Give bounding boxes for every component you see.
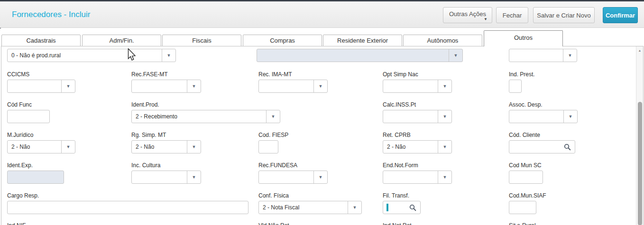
dropdown-arrow-icon[interactable]: ▼	[348, 201, 361, 214]
field-top-right-combo: ▼	[509, 49, 577, 62]
assoc-desp-select[interactable]: ▼	[509, 110, 578, 123]
dropdown-arrow-icon[interactable]: ▼	[438, 110, 451, 123]
disabled-select: ▼	[257, 49, 463, 62]
field-label: Assoc. Desp.	[509, 101, 578, 108]
scrollbar-thumb[interactable]	[638, 102, 642, 225]
tab-fiscais[interactable]: Fiscais	[162, 35, 241, 46]
field-label: M.Jurídico	[7, 132, 75, 138]
mouse-cursor	[128, 48, 136, 61]
dropdown-arrow-icon[interactable]: ▼	[187, 80, 201, 92]
top-right-select[interactable]: ▼	[509, 49, 577, 62]
field-opt-simp-nac: Opt Simp Nac ▼	[383, 71, 452, 93]
rec-fundesa-select[interactable]: ▼	[258, 171, 328, 184]
tab-residente-exterior[interactable]: Residente Exterior	[323, 35, 402, 46]
fil-transf-lookup-input[interactable]	[383, 201, 421, 214]
dropdown-arrow-icon[interactable]: ▼	[162, 49, 175, 62]
end-not-form-select[interactable]: ▼	[383, 171, 452, 184]
ccicms-select[interactable]: ▼	[7, 80, 75, 93]
tab-compras[interactable]: Compras	[243, 35, 322, 46]
ind-prest-input[interactable]	[509, 80, 522, 93]
field-label: Rec. IMA-MT	[258, 71, 328, 77]
tab-adm-fin[interactable]: Adm/Fin.	[82, 35, 161, 46]
field-rec-fundesa: Rec.FUNDESA ▼	[258, 162, 328, 184]
field-assoc-desp: Assoc. Desp. ▼	[509, 101, 578, 123]
tab-cadastrais[interactable]: Cadastrais	[1, 35, 81, 46]
ident-exp-input	[7, 171, 64, 184]
field-label: Fil. Transf.	[383, 192, 421, 198]
vertical-scrollbar[interactable]: ▲	[636, 46, 643, 225]
field-label: Cargo Resp.	[7, 192, 248, 198]
field-cod-mun-sc: Cod Mun SC	[509, 162, 543, 184]
field-cod-fiesp: Cod. FIESP	[258, 132, 288, 153]
field-inc-cultura: Inc. Cultura ▼	[131, 162, 201, 184]
field-conf-fisica: Conf. Física 2 - Nota Fiscal ▼	[258, 192, 362, 214]
dropdown-arrow-icon[interactable]: ▼	[61, 141, 75, 153]
prod-rural-select[interactable]: 0 - Não é prod.rural ▼	[7, 49, 176, 62]
dropdown-arrow-icon[interactable]: ▼	[313, 171, 327, 183]
salvar-label: Salvar e Criar Novo	[537, 12, 590, 19]
search-icon[interactable]	[409, 204, 416, 211]
salvar-e-criar-novo-button[interactable]: Salvar e Criar Novo	[533, 7, 595, 23]
field-m-juridico: M.Jurídico 2 - Não ▼	[7, 132, 75, 153]
ret-cprb-select[interactable]: 2 - Não ▼	[383, 140, 452, 153]
field-ind-prest: Ind. Prest.	[509, 71, 535, 93]
field-label: Rec.FASE-MT	[131, 71, 201, 77]
field-label: Conf. Física	[258, 192, 362, 198]
field-label: End.Not.Form	[383, 162, 452, 168]
field-ident-exp: Ident.Exp.	[7, 162, 64, 184]
field-ccicms: CCICMS ▼	[7, 71, 75, 93]
field-end-not-form: End.Not.Form ▼	[383, 162, 452, 184]
confirmar-label: Confirmar	[606, 12, 635, 19]
cod-mun-sc-input[interactable]	[509, 171, 543, 184]
field-label: CCICMS	[7, 71, 75, 77]
ident-prod-select[interactable]: 2 - Recebimento ▼	[131, 110, 280, 123]
tab-autonomos[interactable]: Autônomos	[403, 35, 482, 46]
field-ident-prod: Ident.Prod. 2 - Recebimento ▼	[131, 101, 280, 123]
field-label: Cod.Mun.SIAF	[509, 192, 546, 198]
field-label: Ret. CPRB	[383, 132, 452, 138]
cargo-resp-input[interactable]	[7, 201, 248, 214]
dropdown-arrow-icon[interactable]: ▼	[266, 110, 280, 123]
opt-simp-nac-select[interactable]: ▼	[383, 80, 452, 93]
fechar-button[interactable]: Fechar	[496, 7, 528, 23]
field-cod-cliente: Cód. Cliente	[509, 132, 575, 153]
dropdown-arrow-icon[interactable]: ▼	[563, 110, 577, 123]
dropdown-arrow-icon[interactable]: ▼	[61, 80, 75, 92]
rg-simp-mt-select[interactable]: 2 - Não ▼	[131, 140, 201, 153]
calc-inss-pt-select[interactable]: ▼	[383, 110, 452, 123]
page-title: Fornecedores - Incluir	[12, 10, 90, 19]
scroll-up-arrow-icon[interactable]: ▲	[636, 46, 643, 54]
dropdown-arrow-icon[interactable]: ▼	[438, 171, 451, 183]
field-label: Calc.INSS.Pt	[383, 101, 452, 108]
cod-cliente-lookup-input[interactable]	[509, 140, 575, 153]
dropdown-arrow-icon[interactable]: ▼	[313, 80, 327, 92]
dropdown-arrow-icon[interactable]: ▼	[438, 141, 451, 153]
dropdown-arrow-icon[interactable]: ▼	[187, 171, 201, 183]
dropdown-arrow-icon[interactable]: ▼	[187, 141, 201, 153]
rec-fase-mt-select[interactable]: ▼	[131, 80, 201, 93]
field-rec-fase-mt: Rec.FASE-MT ▼	[131, 71, 201, 93]
field-ret-cprb: Ret. CPRB 2 - Não ▼	[383, 132, 452, 153]
clipped-next-row-label: Ind.NIF	[7, 222, 26, 225]
cod-fiesp-input[interactable]	[258, 140, 278, 153]
dropdown-arrow-icon: ▼	[484, 17, 488, 21]
cod-mun-siaf-input[interactable]	[509, 201, 536, 214]
field-label: Cód. Cliente	[509, 132, 575, 138]
conf-fisica-select[interactable]: 2 - Nota Fiscal ▼	[258, 201, 362, 214]
field-label: Ind. Prest.	[509, 71, 535, 77]
search-icon[interactable]	[564, 144, 571, 151]
field-rec-ima-mt: Rec. IMA-MT ▼	[258, 71, 328, 93]
header-bar: Fornecedores - Incluir Outras Ações ▼ Fe…	[0, 1, 644, 28]
confirmar-button[interactable]: Confirmar	[603, 7, 638, 23]
rec-ima-mt-select[interactable]: ▼	[258, 80, 328, 93]
m-juridico-select[interactable]: 2 - Não ▼	[7, 140, 75, 153]
cod-func-input[interactable]	[7, 110, 50, 123]
field-rg-simp-mt: Rg. Simp. MT 2 - Não ▼	[131, 132, 201, 153]
dropdown-arrow-icon[interactable]: ▼	[563, 49, 577, 62]
tab-outros-active[interactable]: Outros	[484, 30, 563, 46]
field-label: Opt Simp Nac	[383, 71, 452, 77]
outras-acoes-button[interactable]: Outras Ações ▼	[443, 7, 492, 23]
field-label: Cod Mun SC	[509, 162, 543, 168]
inc-cultura-select[interactable]: ▼	[131, 171, 201, 184]
dropdown-arrow-icon[interactable]: ▼	[438, 80, 451, 92]
